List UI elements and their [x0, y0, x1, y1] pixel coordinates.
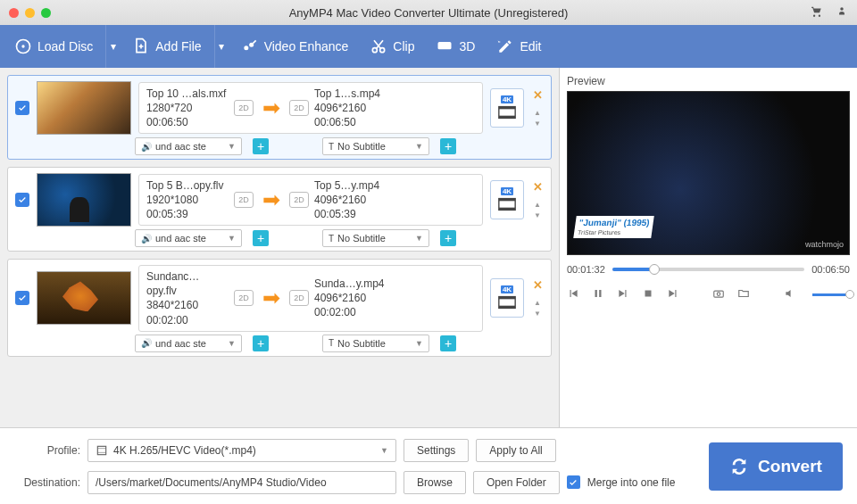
speaker-icon: 🔊: [141, 234, 152, 244]
svg-rect-10: [499, 116, 515, 119]
close-window-button[interactable]: [9, 8, 19, 18]
remove-item-button[interactable]: ✕: [531, 278, 544, 292]
speaker-icon: 🔊: [141, 142, 152, 152]
clip-button[interactable]: Clip: [361, 25, 423, 68]
output-format-button[interactable]: 4K: [490, 88, 524, 128]
profile-select[interactable]: 4K H.265/HEVC Video(*.mp4) ▼: [87, 439, 396, 462]
svg-rect-17: [645, 291, 652, 297]
volume-slider[interactable]: [812, 293, 850, 296]
dst-resolution: 4096*2160: [314, 193, 396, 207]
cart-icon[interactable]: [811, 5, 823, 21]
clip-label: Clip: [393, 39, 414, 54]
dest-2d-badge: 2D: [289, 100, 309, 116]
add-audio-button[interactable]: +: [253, 138, 269, 154]
add-subtitle-button[interactable]: +: [440, 230, 456, 246]
dst-resolution: 4096*2160: [314, 101, 396, 115]
next-button[interactable]: [667, 287, 679, 302]
move-down-button[interactable]: ▼: [534, 310, 541, 318]
pause-button[interactable]: [592, 287, 604, 302]
move-down-button[interactable]: ▼: [534, 211, 541, 219]
preview-duration: 00:06:50: [811, 264, 850, 275]
remove-item-button[interactable]: ✕: [531, 88, 544, 102]
list-item[interactable]: Top 5 B…opy.flv 1920*1080 00:05:39 2D ➡ …: [7, 167, 552, 252]
step-forward-button[interactable]: [617, 287, 629, 302]
src-filename: Top 10 …als.mxf: [146, 87, 229, 101]
add-subtitle-button[interactable]: +: [440, 335, 456, 351]
subtitle-icon: T: [329, 142, 334, 152]
svg-rect-15: [499, 297, 515, 300]
load-disc-button[interactable]: Load Disc: [5, 25, 102, 68]
item-thumbnail[interactable]: [37, 271, 131, 325]
chevron-down-icon: ▼: [380, 446, 388, 455]
move-down-button[interactable]: ▼: [534, 120, 541, 128]
volume-icon[interactable]: [784, 287, 796, 302]
seek-bar[interactable]: [612, 268, 804, 271]
open-folder-button[interactable]: Open Folder: [473, 471, 560, 494]
dst-duration: 00:02:00: [314, 305, 396, 319]
add-subtitle-button[interactable]: +: [440, 138, 456, 154]
subtitle-select[interactable]: TNo Subtitle▼: [322, 229, 429, 247]
browse-button[interactable]: Browse: [404, 471, 466, 494]
item-checkbox[interactable]: [15, 193, 29, 207]
dst-filename: Sunda…y.mp4: [314, 277, 396, 291]
subtitle-select[interactable]: TNo Subtitle▼: [322, 335, 429, 352]
list-item[interactable]: Top 10 …als.mxf 1280*720 00:06:50 2D ➡ 2…: [7, 75, 552, 160]
maximize-window-button[interactable]: [41, 8, 51, 18]
3d-button[interactable]: 3D: [427, 25, 484, 68]
apply-to-all-button[interactable]: Apply to All: [476, 439, 555, 462]
move-up-button[interactable]: ▲: [534, 201, 541, 209]
preview-video[interactable]: "Jumanji" (1995)TriStar Pictures watchmo…: [567, 91, 850, 255]
video-enhance-button[interactable]: Video Enhance: [232, 25, 358, 68]
source-2d-badge: 2D: [234, 192, 254, 208]
item-checkbox[interactable]: [15, 291, 29, 305]
add-audio-button[interactable]: +: [253, 335, 269, 351]
film-icon: [96, 444, 108, 457]
subtitle-icon: T: [329, 234, 334, 244]
preview-label: Preview: [567, 73, 850, 91]
convert-button[interactable]: Convert: [709, 442, 843, 491]
svg-rect-16: [499, 306, 515, 309]
file-list: Top 10 …als.mxf 1280*720 00:06:50 2D ➡ 2…: [0, 68, 559, 427]
profile-label: Profile:: [14, 444, 80, 457]
add-file-dropdown[interactable]: ▾: [214, 25, 229, 68]
window-title: AnyMP4 Mac Video Converter Ultimate (Unr…: [0, 6, 857, 20]
item-checkbox[interactable]: [15, 101, 29, 115]
format-badge: 4K: [501, 187, 513, 195]
prev-button[interactable]: [567, 287, 579, 302]
item-info: Top 5 B…opy.flv 1920*1080 00:05:39 2D ➡ …: [138, 174, 483, 227]
register-icon[interactable]: [836, 5, 848, 21]
dest-2d-badge: 2D: [289, 192, 309, 208]
add-audio-button[interactable]: +: [253, 230, 269, 246]
merge-label: Merge into one file: [587, 476, 676, 489]
list-item[interactable]: Sundanc…opy.flv 3840*2160 00:02:00 2D ➡ …: [7, 259, 552, 357]
src-resolution: 3840*2160: [146, 298, 229, 312]
profile-value: 4K H.265/HEVC Video(*.mp4): [113, 444, 256, 457]
settings-button[interactable]: Settings: [404, 439, 469, 462]
remove-item-button[interactable]: ✕: [531, 180, 544, 194]
destination-field[interactable]: /Users/market/Documents/AnyMP4 Studio/Vi…: [87, 471, 396, 494]
audio-track-select[interactable]: 🔊und aac ste▼: [135, 335, 242, 352]
merge-checkbox[interactable]: [567, 475, 580, 489]
stop-button[interactable]: [642, 287, 654, 302]
move-up-button[interactable]: ▲: [534, 109, 541, 117]
edit-button[interactable]: Edit: [487, 25, 550, 68]
output-format-button[interactable]: 4K: [490, 180, 524, 219]
output-format-button[interactable]: 4K: [490, 278, 524, 318]
item-thumbnail[interactable]: [37, 81, 131, 135]
audio-track-select[interactable]: 🔊und aac ste▼: [135, 137, 242, 155]
svg-point-2: [21, 45, 24, 47]
dst-duration: 00:05:39: [314, 207, 396, 221]
subtitle-select[interactable]: TNo Subtitle▼: [322, 137, 429, 155]
minimize-window-button[interactable]: [25, 8, 35, 18]
main-toolbar: Load Disc ▾ Add File ▾ Video Enhance Cli…: [0, 25, 857, 68]
load-disc-dropdown[interactable]: ▾: [105, 25, 120, 68]
item-thumbnail[interactable]: [37, 173, 131, 227]
add-file-button[interactable]: Add File: [123, 25, 210, 68]
snapshot-button[interactable]: [712, 287, 725, 302]
audio-track-select[interactable]: 🔊und aac ste▼: [135, 229, 242, 247]
convert-label: Convert: [758, 457, 822, 476]
snapshot-folder-button[interactable]: [737, 287, 750, 302]
move-up-button[interactable]: ▲: [534, 299, 541, 307]
item-info: Sundanc…opy.flv 3840*2160 00:02:00 2D ➡ …: [138, 265, 483, 332]
destination-label: Destination:: [14, 476, 80, 489]
